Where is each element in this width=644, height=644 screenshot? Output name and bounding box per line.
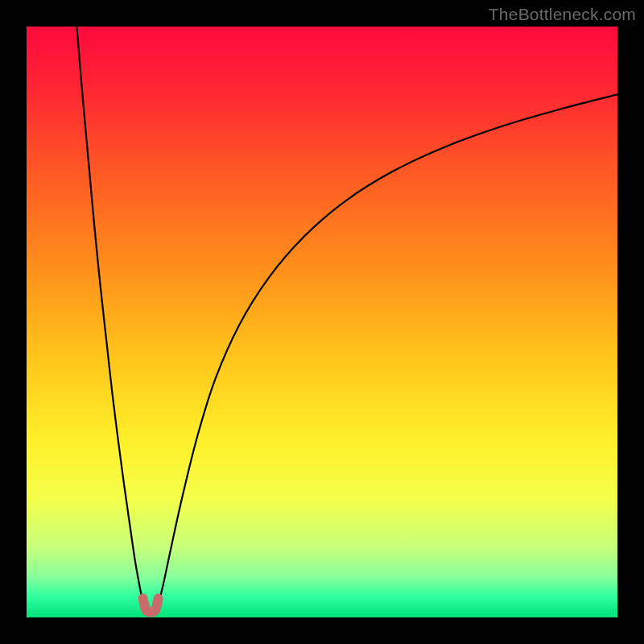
outer-black-frame: TheBottleneck.com bbox=[0, 0, 644, 644]
chart-plot-area bbox=[27, 27, 617, 617]
gradient-background bbox=[27, 27, 617, 617]
chart-svg bbox=[27, 27, 617, 617]
watermark-text: TheBottleneck.com bbox=[489, 5, 636, 24]
